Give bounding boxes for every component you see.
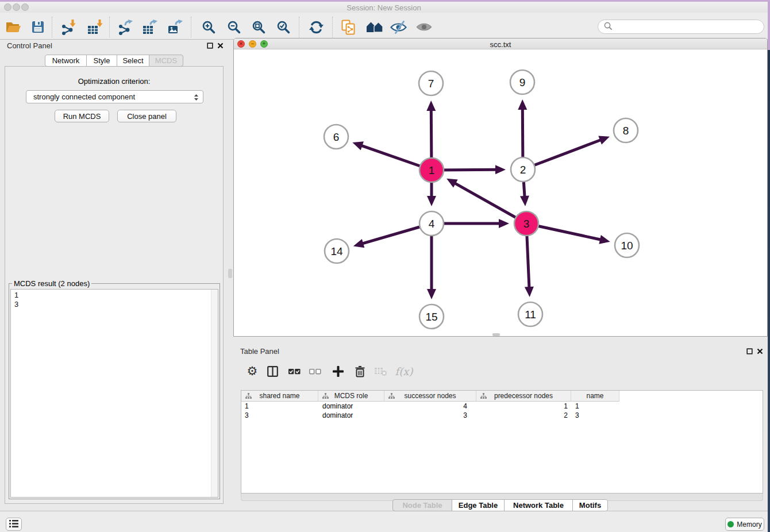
graph-node[interactable]: 14: [325, 239, 349, 263]
image-export-icon[interactable]: [167, 19, 184, 35]
window-title: Session: New Session: [0, 3, 768, 12]
column-header-label: name: [586, 392, 603, 400]
main-toolbar: [0, 13, 768, 40]
search-box[interactable]: [598, 20, 764, 34]
column-header[interactable]: shared name: [241, 391, 318, 402]
trash-icon[interactable]: [353, 363, 366, 380]
graph-node[interactable]: 9: [510, 70, 534, 94]
hide-eye-icon[interactable]: [390, 19, 407, 35]
table-body: 1dominator4113dominator323: [241, 402, 763, 420]
tab-node-table[interactable]: Node Table: [392, 499, 452, 511]
delete-table-icon: [374, 363, 388, 380]
refresh-layout-icon[interactable]: [307, 19, 325, 35]
close-panel-button[interactable]: Close panel: [117, 110, 176, 122]
network-frame-title-bar[interactable]: × − + scc.txt: [234, 38, 767, 49]
add-column-icon[interactable]: [331, 363, 345, 380]
table-panel-tabs: Node Table Edge Table Network Table Moti…: [392, 499, 608, 511]
tab-mcds[interactable]: MCDS: [149, 55, 183, 67]
graph-node[interactable]: 10: [615, 233, 639, 257]
table-export-icon[interactable]: [142, 19, 159, 35]
close-panel-icon[interactable]: [756, 348, 764, 355]
task-history-button[interactable]: [6, 518, 22, 531]
graph-node-label: 3: [523, 218, 530, 230]
criterion-select[interactable]: strongly connected component: [26, 90, 203, 103]
network-view-frame: × − + scc.txt 1234678910111415: [233, 38, 768, 337]
table-import-icon[interactable]: [87, 19, 104, 35]
network-export-icon[interactable]: [117, 19, 134, 35]
column-header[interactable]: name: [571, 391, 619, 402]
table-row[interactable]: 3dominator323: [241, 411, 763, 420]
table-row[interactable]: 1dominator411: [241, 402, 763, 411]
graph-node[interactable]: 7: [419, 71, 443, 95]
function-builder-icon: f(x): [394, 363, 414, 380]
memory-button[interactable]: Memory: [725, 518, 764, 531]
gear-icon[interactable]: ⚙: [246, 363, 259, 380]
shared-column-icon: [322, 393, 329, 401]
desktop-right-strip-top: [768, 2, 770, 50]
zoom-out-icon[interactable]: [225, 19, 242, 35]
float-panel-icon[interactable]: [206, 42, 214, 49]
column-header[interactable]: successor nodes: [384, 391, 476, 402]
search-input[interactable]: [615, 21, 764, 33]
tab-style[interactable]: Style: [86, 55, 117, 67]
graph-edge-arrowhead: [426, 101, 436, 111]
mcds-result-list[interactable]: 1 3: [10, 289, 218, 498]
tab-edge-table[interactable]: Edge Table: [452, 499, 505, 511]
graph-node-label: 2: [520, 164, 526, 176]
save-icon[interactable]: [29, 19, 47, 35]
zoom-fit-icon[interactable]: [250, 19, 267, 35]
table-cell[interactable]: 2: [476, 411, 571, 420]
optimization-criterion-label: Optimization criterion:: [5, 77, 223, 86]
vertical-splitter-handle[interactable]: [228, 269, 232, 278]
clone-network-icon[interactable]: [340, 19, 357, 35]
table-cell[interactable]: 1: [476, 402, 571, 411]
shared-column-icon: [480, 393, 487, 401]
table-cell[interactable]: dominator: [318, 402, 384, 411]
graph-node[interactable]: 11: [518, 302, 542, 326]
graph-node[interactable]: 4: [419, 211, 444, 236]
columns-icon[interactable]: [266, 363, 279, 380]
graph-edge-arrowhead: [518, 99, 527, 110]
graph-edge-arrowhead: [499, 219, 509, 228]
table-cell[interactable]: 4: [384, 402, 476, 411]
graph-node[interactable]: 6: [324, 125, 348, 149]
result-scrollbar[interactable]: [211, 290, 218, 497]
graph-node-label: 7: [428, 78, 434, 90]
table-cell[interactable]: 1: [241, 402, 318, 411]
graph-node[interactable]: 2: [511, 157, 535, 182]
table-cell[interactable]: dominator: [318, 411, 384, 420]
graph-node[interactable]: 3: [514, 211, 538, 236]
close-panel-icon[interactable]: [217, 42, 224, 49]
zoom-in-icon[interactable]: [200, 19, 217, 35]
graph-node[interactable]: 8: [614, 118, 638, 142]
column-header[interactable]: MCDS role: [318, 391, 384, 402]
float-panel-icon[interactable]: [746, 348, 753, 355]
network-graph[interactable]: 1234678910111415: [234, 49, 767, 336]
folder-open-icon[interactable]: [5, 19, 22, 35]
graph-node[interactable]: 1: [419, 158, 444, 182]
network-frame-title: scc.txt: [234, 40, 767, 49]
mcds-result-title: MCDS result (2 nodes): [12, 279, 91, 288]
column-header-label: shared name: [259, 392, 299, 400]
network-import-icon[interactable]: [60, 19, 78, 35]
clear-checks-icon[interactable]: [309, 363, 321, 380]
run-mcds-button[interactable]: Run MCDS: [55, 110, 109, 122]
graph-node-label: 9: [519, 76, 526, 88]
zoom-selected-icon[interactable]: [275, 19, 292, 35]
tab-motifs[interactable]: Motifs: [572, 499, 608, 511]
houses-icon[interactable]: [365, 19, 384, 35]
search-icon: [603, 21, 613, 33]
graph-node[interactable]: 15: [419, 304, 444, 329]
graph-edge-arrowhead: [525, 287, 534, 297]
select-all-checks-icon[interactable]: [288, 363, 301, 380]
tab-select[interactable]: Select: [117, 55, 149, 67]
table-cell[interactable]: 3: [241, 411, 318, 420]
table-cell[interactable]: 3: [571, 411, 619, 420]
column-header[interactable]: predecessor nodes: [476, 391, 571, 402]
table-cell[interactable]: 1: [571, 402, 619, 411]
toolbar-separator: [52, 17, 52, 37]
tab-network-table[interactable]: Network Table: [504, 499, 573, 511]
tab-network[interactable]: Network: [45, 55, 87, 67]
table-cell[interactable]: 3: [384, 411, 476, 420]
frame-resize-handle[interactable]: [492, 333, 500, 336]
